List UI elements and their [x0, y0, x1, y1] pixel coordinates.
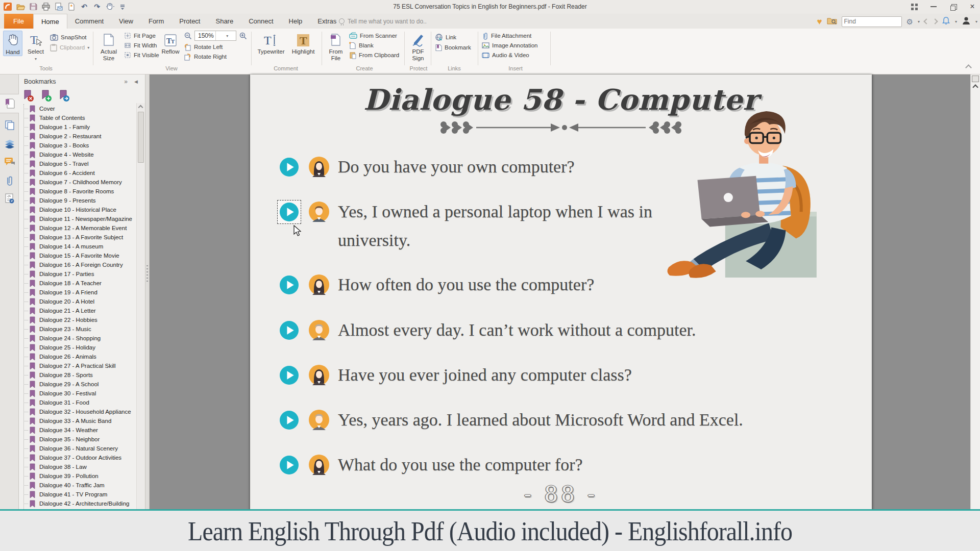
audio-play-button[interactable]	[277, 318, 301, 342]
history-forward-icon[interactable]	[932, 18, 938, 24]
bookmark-item[interactable]: Dialogue 13 - A Favorite Subject	[19, 233, 136, 242]
bookmark-item[interactable]: Dialogue 2 - Restaurant	[19, 132, 136, 141]
bookmark-item[interactable]: Dialogue 38 - Law	[19, 462, 136, 471]
select-tool-button[interactable]: T Select▾	[24, 31, 47, 62]
audio-play-button[interactable]	[277, 363, 301, 387]
find-box[interactable]	[842, 16, 902, 27]
link-button[interactable]: Link	[435, 33, 456, 42]
bookmark-item[interactable]: Dialogue 15 - A Favorite Movie	[19, 251, 136, 260]
bookmark-item[interactable]: Dialogue 29 - A School	[19, 380, 136, 389]
sidebar-tab-pages[interactable]	[0, 115, 19, 135]
bookmark-item[interactable]: Dialogue 14 - A museum	[19, 242, 136, 251]
bookmark-item[interactable]: Dialogue 31 - Food	[19, 398, 136, 407]
collapse-ribbon-icon[interactable]	[965, 64, 972, 71]
pdf-sign-button[interactable]: PDF Sign	[408, 31, 428, 62]
bookmark-item[interactable]: Dialogue 23 - Music	[19, 324, 136, 334]
bookmark-item[interactable]: Dialogue 16 - A Foreign Country	[19, 260, 136, 269]
tab-home[interactable]: Home	[33, 14, 67, 29]
zoom-out-icon[interactable]	[184, 32, 192, 40]
bookmark-item[interactable]: Dialogue 25 - Holiday	[19, 343, 136, 352]
bookmark-item[interactable]: Dialogue 37 - Outdoor Activities	[19, 453, 136, 462]
bookmark-item[interactable]: Dialogue 36 - Natural Scenery	[19, 444, 136, 453]
bookmark-item[interactable]: Dialogue 18 - A Teacher	[19, 279, 136, 288]
add-bookmark-button[interactable]	[41, 90, 52, 102]
favorites-heart-icon[interactable]: ♥	[817, 17, 822, 26]
bookmark-item[interactable]: Dialogue 40 - Traffic Jam	[19, 481, 136, 490]
zoom-level-combo[interactable]: 150%▾	[194, 31, 236, 41]
highlight-button[interactable]: T Highlight	[290, 31, 316, 55]
sidebar-tab-attachments[interactable]	[0, 171, 19, 191]
panel-expand-icon[interactable]: »	[124, 78, 128, 85]
fit-width-button[interactable]: Fit Width	[124, 41, 157, 50]
panel-scrollbar[interactable]	[136, 103, 145, 551]
document-scroll-thumb[interactable]	[972, 76, 979, 82]
bookmark-item[interactable]: Dialogue 35 - Neighbor	[19, 435, 136, 444]
bookmark-item[interactable]: Dialogue 9 - Presents	[19, 196, 136, 205]
bookmark-item[interactable]: Dialogue 10 - Historical Place	[19, 205, 136, 214]
scroll-up-icon[interactable]	[138, 105, 143, 110]
bookmark-item[interactable]: Dialogue 26 - Animals	[19, 352, 136, 361]
account-avatar-icon[interactable]	[962, 16, 971, 27]
bookmark-item[interactable]: Dialogue 39 - Pollution	[19, 471, 136, 481]
minimize-button[interactable]	[928, 2, 939, 12]
typewriter-button[interactable]: T Typewriter	[255, 31, 287, 55]
notifications-bell-icon[interactable]	[942, 16, 950, 27]
audio-play-button[interactable]	[277, 273, 301, 297]
bookmark-item[interactable]: Dialogue 19 - A Friend	[19, 288, 136, 297]
goto-bookmark-button[interactable]	[59, 90, 70, 102]
tab-view[interactable]: View	[111, 14, 141, 29]
panel-collapse-icon[interactable]: ◀	[134, 78, 138, 85]
rotate-right-button[interactable]: Rotate Right	[184, 52, 227, 61]
sidebar-tab-layers[interactable]	[0, 134, 19, 154]
audio-play-button[interactable]	[277, 155, 301, 179]
close-button[interactable]: ×	[967, 2, 978, 12]
panel-scroll-thumb[interactable]	[138, 112, 144, 163]
from-clipboard-button[interactable]: From Clipboard	[349, 51, 399, 60]
bookmark-item[interactable]: Dialogue 11 - Newspaper/Magazine	[19, 214, 136, 223]
audio-video-button[interactable]: Audio & Video	[482, 51, 529, 60]
tab-comment[interactable]: Comment	[67, 14, 111, 29]
tab-protect[interactable]: Protect	[172, 14, 208, 29]
tell-me-search[interactable]: Tell me what you want to do..	[339, 14, 427, 29]
audio-play-button[interactable]	[277, 408, 301, 432]
bookmark-item[interactable]: Dialogue 30 - Festival	[19, 389, 136, 398]
bookmark-item[interactable]: Dialogue 27 - A Practical Skill	[19, 361, 136, 370]
from-file-button[interactable]: From File	[326, 31, 346, 62]
bookmark-item[interactable]: Dialogue 1 - Family	[19, 122, 136, 132]
image-annotation-button[interactable]: Image Annotation	[482, 41, 538, 50]
bookmark-item[interactable]: Dialogue 12 - A Memorable Event	[19, 223, 136, 233]
bookmark-item[interactable]: Dialogue 28 - Sports	[19, 370, 136, 380]
bookmark-item[interactable]: Dialogue 4 - Website	[19, 150, 136, 159]
tab-help[interactable]: Help	[281, 14, 310, 29]
tab-form[interactable]: Form	[141, 14, 172, 29]
layout-grid-icon[interactable]	[909, 2, 920, 12]
search-folder-icon[interactable]	[827, 16, 837, 27]
bookmark-item[interactable]: Dialogue 22 - Hobbies	[19, 315, 136, 324]
tab-connect[interactable]: Connect	[241, 14, 281, 29]
bookmark-item[interactable]: Dialogue 34 - Weather	[19, 425, 136, 435]
clipboard-button[interactable]: Clipboard▾	[50, 43, 89, 52]
actual-size-button[interactable]: Actual Size	[97, 31, 120, 62]
bookmark-ribbon-button[interactable]: Bookmark	[435, 43, 471, 52]
panel-splitter[interactable]	[145, 74, 150, 551]
sidebar-tab-comments[interactable]	[0, 152, 19, 171]
bookmark-item[interactable]: Cover	[19, 104, 136, 113]
hand-tool-button[interactable]: Hand	[3, 31, 22, 56]
sidebar-tab-bookmarks[interactable]	[0, 94, 19, 113]
delete-bookmark-button[interactable]	[23, 90, 34, 102]
bookmark-item[interactable]: Dialogue 41 - TV Program	[19, 490, 136, 499]
bookmark-item[interactable]: Dialogue 42 - Architecture/Building	[19, 499, 136, 508]
bookmark-item[interactable]: Dialogue 33 - A Music Band	[19, 416, 136, 425]
file-attachment-button[interactable]: File Attachment	[482, 31, 531, 40]
tab-share[interactable]: Share	[208, 14, 241, 29]
bookmark-item[interactable]: Dialogue 32 - Household Appliance	[19, 407, 136, 416]
fit-page-button[interactable]: Fit Page	[124, 31, 156, 40]
bookmark-item[interactable]: Dialogue 3 - Books	[19, 141, 136, 150]
rotate-left-button[interactable]: Rotate Left	[184, 42, 223, 52]
reflow-button[interactable]: TT Reflow	[159, 31, 182, 55]
document-scroll-up-icon[interactable]	[972, 84, 978, 90]
fit-visible-button[interactable]: Fit Visible	[124, 51, 159, 60]
bookmark-item[interactable]: Table of Contents	[19, 113, 136, 122]
bookmark-item[interactable]: Dialogue 17 - Parties	[19, 269, 136, 279]
audio-play-button[interactable]	[277, 453, 301, 477]
